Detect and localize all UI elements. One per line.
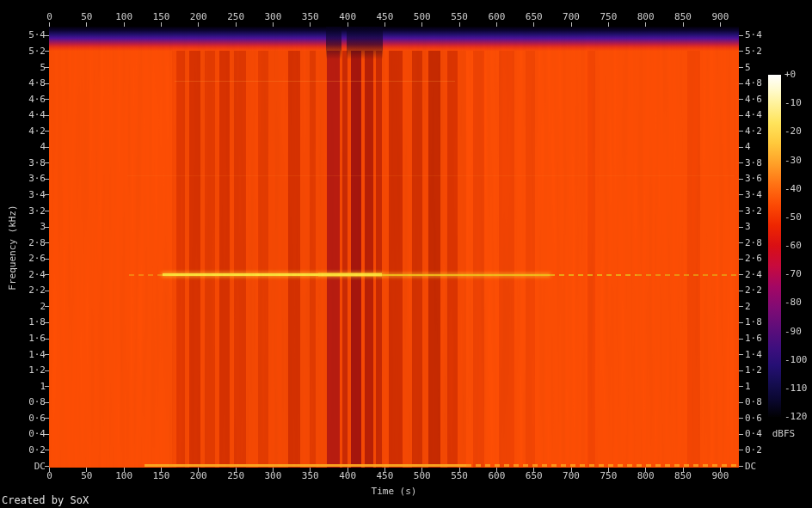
- time-tick-mark: [310, 468, 311, 472]
- freq-tick-mark: [739, 51, 743, 52]
- time-tick-mark: [421, 22, 422, 27]
- db-tick-label: -50: [784, 212, 802, 223]
- db-tick-label: -70: [784, 269, 802, 279]
- db-tick-label: -100: [784, 355, 808, 365]
- freq-tick-mark: [45, 227, 49, 228]
- time-tick-mark: [459, 468, 460, 472]
- time-tick-label: 500: [414, 12, 431, 22]
- time-tick-label: 500: [414, 471, 431, 481]
- freq-tick-mark: [45, 115, 49, 116]
- freq-tick-mark: [45, 51, 49, 52]
- time-tick-label: 450: [376, 471, 393, 481]
- freq-tick-mark: [45, 35, 49, 36]
- freq-tick-mark: [45, 131, 49, 132]
- time-tick-label: 350: [302, 12, 319, 22]
- time-tick-mark: [49, 22, 50, 27]
- freq-tick-label: 5·4: [745, 30, 762, 40]
- freq-tick-mark: [739, 67, 743, 68]
- time-tick-mark: [720, 468, 721, 472]
- time-tick-mark: [683, 468, 684, 472]
- freq-tick-label: 3: [745, 222, 751, 232]
- freq-tick-mark: [45, 179, 49, 180]
- time-tick-label: 350: [302, 471, 319, 481]
- sox-watermark: Created by SoX: [2, 494, 89, 506]
- time-tick-label: 900: [711, 12, 729, 22]
- time-tick-label: 650: [526, 12, 543, 22]
- sox-spectrogram-window: Frequency (kHz) Time (s) dBFS Created by…: [0, 0, 812, 508]
- freq-tick-label: 1·6: [15, 334, 46, 344]
- time-axis-title: Time (s): [372, 486, 417, 497]
- time-tick-label: 150: [153, 471, 170, 481]
- time-tick-label: 700: [563, 12, 580, 22]
- freq-tick-label: 3·6: [745, 174, 762, 184]
- freq-tick-mark: [739, 83, 743, 84]
- time-tick-label: 400: [339, 12, 356, 22]
- time-tick-mark: [348, 468, 348, 472]
- freq-tick-mark: [739, 402, 743, 403]
- freq-tick-mark: [739, 179, 743, 180]
- freq-tick-label: 4·4: [15, 110, 46, 120]
- freq-tick-mark: [45, 147, 49, 148]
- freq-tick-mark: [45, 67, 49, 68]
- freq-tick-label: 3·4: [15, 190, 46, 200]
- time-tick-label: 650: [526, 471, 543, 481]
- freq-tick-mark: [739, 162, 743, 163]
- time-tick-label: 150: [153, 12, 170, 22]
- db-tick-label: -30: [784, 156, 802, 166]
- freq-tick-label: 1·2: [745, 365, 762, 376]
- time-tick-label: 200: [190, 471, 207, 481]
- freq-tick-label: 2: [15, 302, 46, 312]
- time-tick-label: 750: [600, 12, 617, 22]
- freq-tick-mark: [45, 242, 49, 243]
- freq-tick-label: 5: [15, 63, 46, 73]
- time-tick-mark: [198, 468, 199, 472]
- freq-tick-mark: [739, 291, 743, 291]
- freq-tick-label: 0·6: [745, 413, 762, 424]
- freq-tick-label: 1·6: [745, 334, 762, 344]
- freq-tick-mark: [739, 147, 743, 148]
- time-tick-label: 50: [81, 12, 92, 22]
- freq-tick-label: 2: [745, 302, 751, 312]
- freq-tick-label: 0·2: [745, 445, 762, 456]
- db-tick-label: -10: [784, 98, 802, 108]
- db-tick-label: -120: [784, 412, 808, 422]
- time-tick-mark: [645, 22, 646, 27]
- freq-tick-mark: [45, 306, 49, 307]
- freq-tick-label: 1·4: [745, 350, 762, 360]
- freq-tick-label: 2·2: [745, 285, 762, 296]
- freq-tick-label: 1·8: [745, 317, 762, 327]
- time-tick-mark: [571, 22, 572, 27]
- time-tick-label: 300: [265, 12, 282, 22]
- freq-tick-mark: [739, 194, 743, 195]
- freq-tick-mark: [739, 370, 743, 371]
- time-tick-mark: [645, 468, 646, 472]
- time-tick-mark: [421, 468, 422, 472]
- time-tick-mark: [124, 468, 125, 472]
- freq-tick-mark: [739, 354, 743, 355]
- time-tick-label: 300: [265, 471, 282, 481]
- time-tick-mark: [608, 468, 609, 472]
- time-tick-mark: [198, 22, 199, 27]
- freq-tick-mark: [739, 211, 743, 211]
- time-tick-mark: [459, 22, 460, 27]
- time-tick-mark: [533, 22, 534, 27]
- freq-tick-label: 1: [745, 382, 751, 392]
- time-tick-mark: [273, 468, 274, 472]
- freq-tick-label: 5: [745, 63, 751, 73]
- db-tick-label: -80: [784, 297, 802, 308]
- freq-tick-label: 1·8: [15, 317, 46, 327]
- time-tick-label: 450: [376, 12, 393, 22]
- freq-tick-label: DC: [15, 462, 46, 472]
- freq-tick-label: 2·4: [15, 270, 46, 280]
- time-tick-label: 200: [190, 12, 207, 22]
- time-tick-label: 250: [227, 12, 244, 22]
- freq-tick-mark: [739, 339, 743, 340]
- time-tick-mark: [310, 22, 311, 27]
- freq-tick-mark: [45, 83, 49, 84]
- time-tick-label: 100: [115, 471, 132, 481]
- db-tick-label: -110: [784, 383, 808, 394]
- freq-tick-mark: [739, 274, 743, 275]
- freq-tick-label: 0·4: [745, 429, 762, 439]
- freq-tick-label: 3: [15, 222, 46, 232]
- freq-tick-label: 4: [745, 142, 751, 152]
